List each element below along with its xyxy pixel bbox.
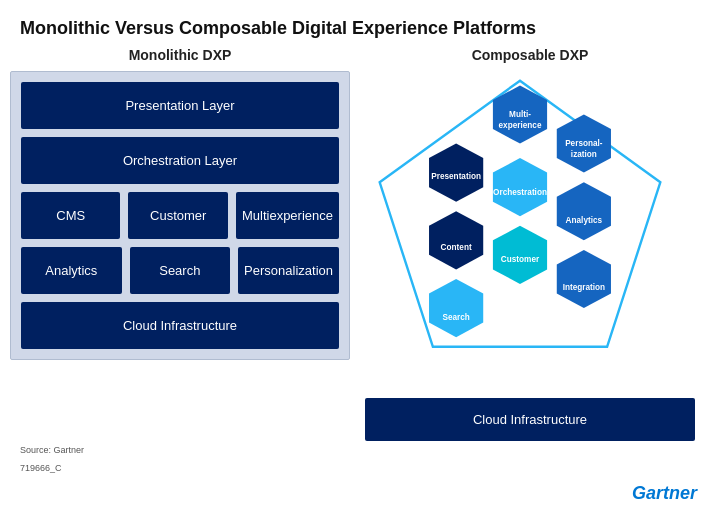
svg-text:Content: Content [441,243,472,252]
cloud-infra-composable: Cloud Infrastructure [365,398,695,441]
search-cell: Search [130,247,231,294]
svg-text:Integration: Integration [563,283,605,292]
gartner-logo: Gartner [632,483,697,504]
monolithic-section: Monolithic DXP Presentation Layer Orches… [10,47,350,441]
monolithic-box: Presentation Layer Orchestration Layer C… [10,71,350,360]
svg-marker-11 [557,182,611,240]
svg-text:Orchestration: Orchestration [493,188,547,197]
svg-text:Personal-: Personal- [565,139,603,148]
source-line2: 719666_C [0,459,715,477]
svg-text:Search: Search [442,313,469,322]
svg-marker-13 [429,211,483,269]
svg-text:Multi-: Multi- [509,110,531,119]
orchestration-layer-row: Orchestration Layer [21,137,339,184]
svg-text:Analytics: Analytics [566,216,603,225]
main-title: Monolithic Versus Composable Digital Exp… [0,0,715,47]
mono-grid-1: CMS Customer Multiexperience [21,192,339,239]
cloud-infra-mono: Cloud Infrastructure [21,302,339,349]
analytics-cell: Analytics [21,247,122,294]
cms-cell: CMS [21,192,120,239]
composable-section: Composable DXP Multi- experience Persona… [360,47,700,441]
composable-heading: Composable DXP [360,47,700,63]
mono-grid-2: Analytics Search Personalization [21,247,339,294]
svg-text:ization: ization [571,150,597,159]
composable-inner: Multi- experience Personal- ization Pres… [360,71,700,441]
customer-cell: Customer [128,192,227,239]
hex-svg: Multi- experience Personal- ization Pres… [365,71,675,371]
source-line1: Source: Gartner [0,441,715,459]
svg-marker-17 [557,250,611,308]
presentation-layer-row: Presentation Layer [21,82,339,129]
svg-text:Presentation: Presentation [431,172,481,181]
svg-text:experience: experience [499,121,542,130]
personalization-cell: Personalization [238,247,339,294]
svg-text:Customer: Customer [501,255,540,264]
multiexperience-cell: Multiexperience [236,192,339,239]
svg-marker-19 [429,279,483,337]
monolithic-heading: Monolithic DXP [10,47,350,63]
